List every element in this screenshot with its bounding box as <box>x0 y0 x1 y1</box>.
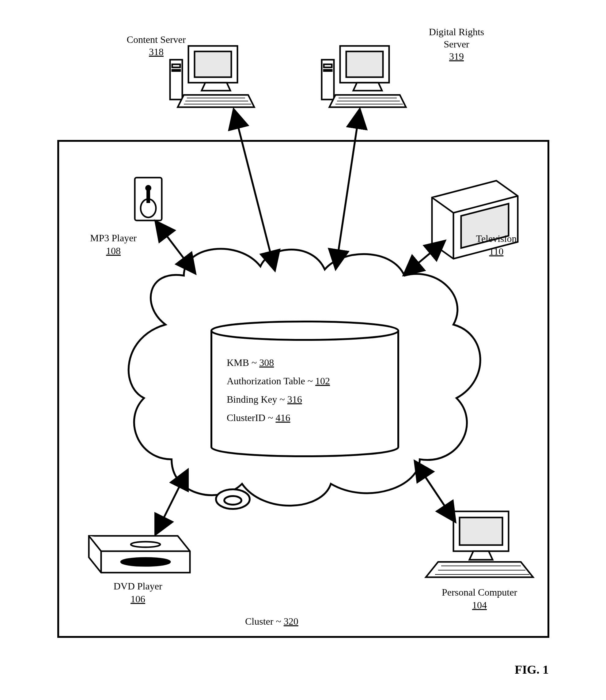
db-auth: Authorization Table ~ 102 <box>227 376 330 386</box>
svg-point-15 <box>145 185 152 191</box>
drs-icon <box>322 46 406 107</box>
pc-icon <box>426 511 533 577</box>
svg-rect-19 <box>460 517 503 545</box>
mp3-ref: 108 <box>106 245 121 256</box>
svg-point-1 <box>224 496 241 505</box>
arrow-mp3-cloud <box>161 228 190 266</box>
cluster-label: Cluster ~ 320 <box>245 616 298 627</box>
db-binding-label: Binding Key ~ <box>227 394 287 405</box>
arrow-content-cloud <box>236 118 273 262</box>
db-kmb: KMB ~ 308 <box>227 357 274 368</box>
drs-label1: Digital Rights <box>429 26 484 38</box>
mp3-label: MP3 Player <box>90 233 137 243</box>
db-clusterid: ClusterID ~ 416 <box>227 412 290 423</box>
svg-rect-14 <box>146 189 150 203</box>
svg-rect-11 <box>346 51 383 77</box>
db-auth-ref: 102 <box>315 376 330 386</box>
dvd-label: DVD Player <box>113 581 162 592</box>
db-auth-label: Authorization Table ~ <box>227 376 315 386</box>
db-kmb-label: KMB ~ <box>227 357 259 368</box>
figure-caption: FIG. 1 <box>515 662 549 676</box>
dvd-ref: 106 <box>131 594 145 604</box>
pc-label: Personal Computer <box>442 587 517 598</box>
arrow-dvd-cloud <box>159 478 184 527</box>
arrow-pc-cloud <box>420 468 450 514</box>
arrow-drs-cloud <box>337 118 358 260</box>
svg-rect-6 <box>194 51 231 77</box>
content-server-icon <box>170 46 254 107</box>
svg-point-16 <box>121 558 170 566</box>
tv-icon <box>432 181 518 259</box>
db-clusterid-label: ClusterID ~ <box>227 412 276 423</box>
mp3-icon <box>135 177 162 220</box>
dvd-icon <box>89 536 190 573</box>
tv-ref: 110 <box>489 246 504 257</box>
db-kmb-ref: 308 <box>259 357 274 368</box>
db-clusterid-ref: 416 <box>276 412 290 423</box>
drs-ref: 319 <box>449 51 464 62</box>
arrow-tv-cloud <box>411 246 438 269</box>
database-icon <box>211 321 398 456</box>
tv-label: Television <box>476 233 517 244</box>
cluster-ref: 320 <box>284 616 298 627</box>
svg-rect-9 <box>324 70 332 71</box>
diagram-root: Cluster ~ 320 KMB ~ 308 Authorization Ta… <box>0 0 606 700</box>
pc-ref: 104 <box>472 600 487 610</box>
content-server-label: Content Server <box>127 34 186 45</box>
db-binding-ref: 316 <box>287 394 302 405</box>
drs-label2: Server <box>444 39 469 50</box>
cluster-label-text: Cluster ~ <box>245 616 284 627</box>
db-binding: Binding Key ~ 316 <box>227 394 302 405</box>
content-server-ref: 318 <box>149 46 164 57</box>
svg-rect-4 <box>172 70 180 71</box>
